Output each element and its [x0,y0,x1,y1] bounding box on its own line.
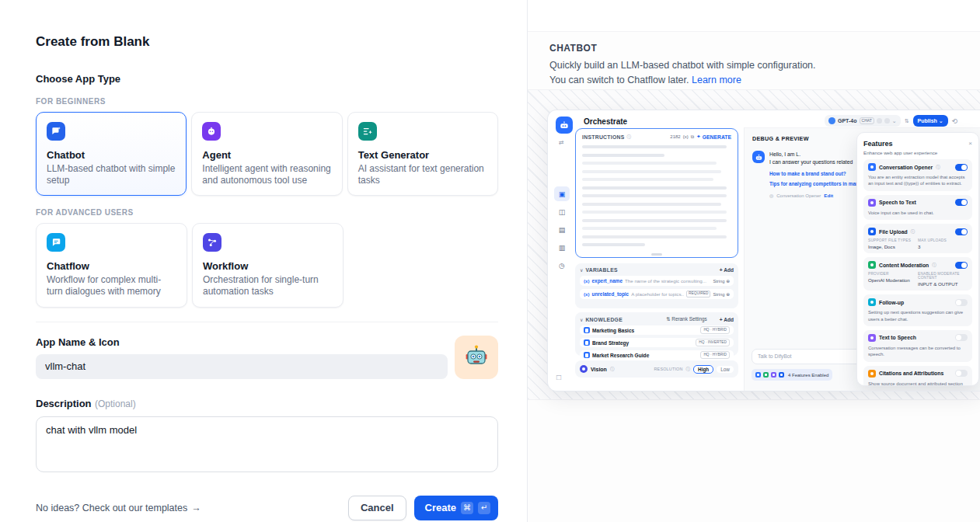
app-icon-picker[interactable] [455,336,498,379]
nav-docs-icon: ▥ [554,240,570,255]
app-name-input[interactable] [36,354,448,379]
page-title: Create from Blank [36,34,498,50]
right-panel-topbar [528,0,980,32]
spark-icon: ✦ [696,134,701,140]
feature-speech-to-text: Speech to Text Voice input can be used i… [863,195,972,220]
feature-mini-icon [755,372,761,378]
resolution-high-button: High [693,365,713,374]
create-from-blank-panel: Create from Blank Choose App Type FOR BE… [0,0,527,522]
info-icon: ⓘ [911,229,915,235]
app-type-description: LLM-based chatbot with simple setup [47,163,176,186]
knowledge-panel: ∨ KNOWLEDGE ⇅ Rerank Settings + Add Mark… [575,312,738,356]
suggestion-link: Tips for analyzing competitors in market [769,181,865,186]
variables-panel: ∨ VARIABLES + Add (x) expert_name The na… [575,263,738,308]
toggle-on [955,262,968,269]
info-icon: ⓘ [686,367,691,372]
for-advanced-users-label: FOR ADVANCED USERS [36,208,498,217]
nav-orchestrate-icon: ▣ [554,186,570,201]
for-beginners-label: FOR BEGINNERS [36,97,498,106]
rerank-settings-link: Rerank Settings [671,316,706,322]
model-mini-icon [884,118,890,124]
app-type-card-workflow[interactable]: Workflow Orchestration for single-turn a… [192,223,344,307]
toggle-on [955,228,968,235]
chevron-down-icon: ⌄ [939,118,943,124]
cancel-button[interactable]: Cancel [348,496,406,520]
model-name: GPT-4o [838,118,857,124]
app-type-description: Intelligent agent with reasoning and aut… [202,163,331,186]
speaker-icon [868,334,876,342]
publish-button: Publish ⌄ [913,115,948,127]
knowledge-row: Market Research Guide HQ · HYBRID [580,350,734,360]
app-type-card-chatflow[interactable]: Chatflow Workflow for complex multi-turn… [36,223,187,307]
feature-mini-icon [763,372,769,378]
nav-logs-icon: ▤ [554,222,570,237]
app-name-label: App Name & Icon [36,336,448,348]
preview-nav: ▣ ◫ ▤ ▥ ◷ [554,186,570,273]
rerank-icon: ⇅ [666,316,670,322]
description-optional-label: (Optional) [95,398,136,409]
model-mode-badge: CHAT [860,117,874,124]
vision-row: Vision ⓘ RESOLUTION ⓘ High Low [575,360,738,378]
dataset-icon [584,327,590,333]
app-type-title: Text Generator [358,149,487,161]
description-textarea[interactable]: chat with vllm model [36,416,498,472]
variable-token-icon: (x) [584,278,590,284]
chatbot-preview-screenshot: ⇄ ▣ ◫ ▤ ▥ ◷ □ Orchestrate GPT-4o [547,110,980,392]
chat-bubble-icon [47,122,65,141]
bot-avatar [752,151,765,163]
app-type-info-panel: CHATBOT Quickly build an LLM-based chatb… [527,0,980,522]
app-type-description: Workflow for complex multi-turn dialogue… [47,274,176,297]
workflow-nodes-icon [203,233,221,252]
dataset-icon [584,352,590,358]
feature-conversation-opener: Conversation Opener ⓘ You are an entity … [863,159,972,191]
vision-icon [580,365,588,373]
nav-preview-icon: ◫ [554,204,570,219]
tune-icon: ⇅ [905,118,909,124]
chat-flow-icon [47,233,65,252]
knowledge-row: Brand Strategy HQ · INVERTED [580,338,734,347]
enter-key-icon: ↵ [478,502,490,514]
instructions-label: INSTRUCTIONS [582,134,625,140]
prompt-placeholder-lines [582,145,731,246]
preview-page-title: Orchestrate [584,117,627,126]
beginner-app-type-cards: Chatbot LLM-based chatbot with simple se… [36,112,498,196]
chevron-down-icon: ⌄ [892,118,897,124]
features-enabled-bar: 4 Features Enabled [752,369,832,381]
edit-opener-link: Edit [824,193,833,198]
app-type-card-text-generator[interactable]: Text Generator AI assistant for text gen… [347,112,498,196]
modal-footer: No ideas? Check out our templates → Canc… [36,496,498,520]
create-button[interactable]: Create ⌘ ↵ [414,496,498,520]
selected-type-description: Quickly build an LLM-based chatbot with … [549,58,823,88]
create-app-modal: Create from Blank Choose App Type FOR BE… [0,0,980,522]
info-icon: ⓘ [627,134,632,140]
opener-icon: ◎ [769,193,773,198]
feature-file-upload: File Upload ⓘ SUPPORT FILE TYPES Image, … [863,224,972,253]
app-type-card-agent[interactable]: Agent Intelligent agent with reasoning a… [191,112,342,196]
feature-mini-icon [771,372,776,378]
frame-icon: □ [556,373,561,381]
app-type-card-chatbot[interactable]: Chatbot LLM-based chatbot with simple se… [36,112,187,196]
toggle-off [955,370,968,377]
model-selector: GPT-4o CHAT ⌄ [825,115,901,127]
knowledge-label: KNOWLEDGE [585,317,623,322]
dataset-icon [584,339,590,346]
knowledge-row: Marketing Basics HQ · HYBRID [580,325,734,335]
chat-follow-up-icon [868,298,876,306]
variables-label: VARIABLES [585,267,617,273]
toggle-on [955,164,968,171]
templates-link[interactable]: No ideas? Check out our templates → [36,503,201,513]
variable-token-icon: {x} [683,134,689,139]
toggle-on [955,199,968,206]
app-type-description: AI assistant for text generation tasks [358,163,487,186]
app-type-title: Agent [202,149,331,161]
description-label-row: Description (Optional) [36,396,498,410]
learn-more-link[interactable]: Learn more [692,75,741,85]
feature-content-moderation: Content Moderation ⓘ PROVIDER OpenAI Mod… [863,257,972,291]
preview-sidebar: ⇄ ▣ ◫ ▤ ▥ ◷ □ [548,110,576,391]
feature-mini-icon [779,372,784,378]
description-label: Description [36,398,92,409]
features-panel: Features × Enhance web app user experien… [856,132,979,386]
arrow-right-icon: → [191,503,201,513]
model-provider-icon [828,117,835,124]
app-name-section: App Name & Icon [36,336,498,379]
